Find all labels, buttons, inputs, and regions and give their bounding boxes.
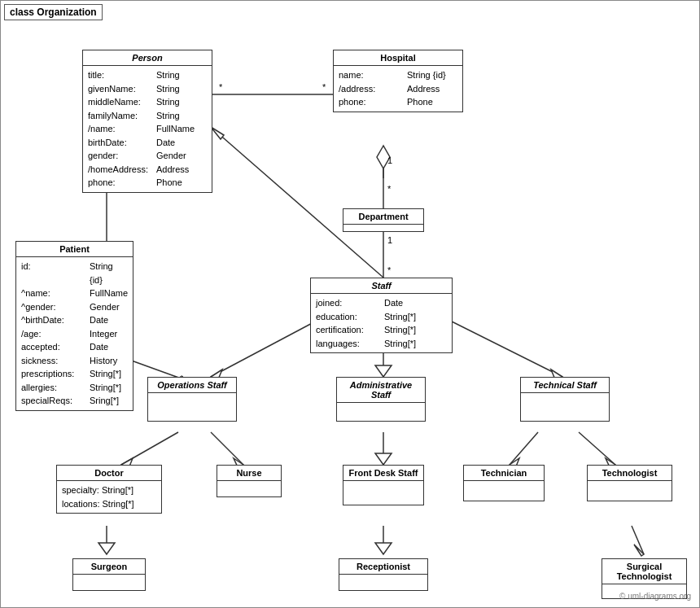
svg-marker-39 xyxy=(634,545,644,556)
doctor-attrs: specialty: String[*] locations: String[*… xyxy=(57,481,161,513)
svg-text:*: * xyxy=(322,82,326,92)
technologist-title: Technologist xyxy=(588,466,672,481)
hospital-attrs: name:String {id} /address:Address phone:… xyxy=(334,66,462,112)
front-desk-staff-title: Front Desk Staff xyxy=(343,466,423,481)
nurse-class: Nurse xyxy=(217,465,282,497)
svg-marker-35 xyxy=(98,543,115,554)
svg-marker-21 xyxy=(375,365,392,377)
nurse-attrs xyxy=(217,481,281,489)
svg-line-22 xyxy=(448,320,562,377)
staff-title: Staff xyxy=(311,278,452,294)
technical-staff-attrs xyxy=(521,393,609,400)
technologist-class: Technologist xyxy=(587,465,672,501)
administrative-staff-attrs xyxy=(337,403,425,409)
front-desk-staff-attrs xyxy=(343,481,423,489)
svg-marker-14 xyxy=(211,127,224,139)
svg-line-24 xyxy=(121,432,178,465)
technologist-attrs xyxy=(588,481,672,489)
person-class: Person title:String givenName:String mid… xyxy=(82,50,212,193)
technical-staff-class: Technical Staff xyxy=(520,377,610,422)
patient-attrs: id:String {id} ^name:FullName ^gender:Ge… xyxy=(16,257,133,410)
department-class: Department xyxy=(343,208,424,232)
svg-line-13 xyxy=(211,127,383,278)
surgeon-attrs xyxy=(73,575,145,581)
svg-line-30 xyxy=(510,432,538,465)
person-attrs: title:String givenName:String middleName… xyxy=(83,66,212,192)
svg-line-32 xyxy=(579,432,615,465)
operations-staff-attrs xyxy=(148,393,236,400)
department-title: Department xyxy=(343,209,423,225)
doctor-class: Doctor specialty: String[*] locations: S… xyxy=(56,465,162,514)
surgical-technologist-attrs xyxy=(602,584,686,591)
administrative-staff-class: Administrative Staff xyxy=(336,377,426,422)
operations-staff-class: Operations Staff xyxy=(147,377,237,422)
technician-title: Technician xyxy=(464,466,544,481)
svg-text:1: 1 xyxy=(387,155,392,165)
hospital-class: Hospital name:String {id} /address:Addre… xyxy=(333,50,463,112)
svg-text:*: * xyxy=(219,82,223,92)
patient-class: Patient id:String {id} ^name:FullName ^g… xyxy=(15,241,133,411)
technician-attrs xyxy=(464,481,544,489)
staff-attrs: joined:Date education:String[*] certific… xyxy=(311,294,452,352)
receptionist-attrs xyxy=(339,575,427,581)
department-attrs xyxy=(343,225,423,231)
svg-text:*: * xyxy=(387,265,392,275)
staff-class: Staff joined:Date education:String[*] ce… xyxy=(310,278,453,353)
front-desk-staff-class: Front Desk Staff xyxy=(343,465,424,505)
svg-line-38 xyxy=(632,526,644,554)
diagram-title: class Organization xyxy=(4,4,103,20)
patient-title: Patient xyxy=(16,242,133,257)
watermark: © uml-diagrams.org xyxy=(619,592,691,601)
svg-text:*: * xyxy=(387,184,392,194)
surgeon-class: Surgeon xyxy=(72,558,146,591)
person-title: Person xyxy=(83,50,212,66)
receptionist-title: Receptionist xyxy=(339,559,427,575)
surgical-technologist-title: Surgical Technologist xyxy=(602,559,686,584)
doctor-title: Doctor xyxy=(57,466,161,481)
administrative-staff-title: Administrative Staff xyxy=(337,378,425,403)
uml-diagram: class Organization * * 1 * 1 * * * xyxy=(0,0,700,608)
svg-marker-29 xyxy=(375,453,392,465)
receptionist-class: Receptionist xyxy=(339,558,428,591)
svg-marker-37 xyxy=(375,543,392,554)
svg-text:1: 1 xyxy=(387,235,392,245)
svg-marker-4 xyxy=(377,146,390,168)
nurse-title: Nurse xyxy=(217,466,281,481)
operations-staff-title: Operations Staff xyxy=(148,378,236,393)
technician-class: Technician xyxy=(463,465,545,501)
svg-line-18 xyxy=(211,320,318,377)
hospital-title: Hospital xyxy=(334,50,462,66)
svg-line-26 xyxy=(211,432,243,465)
surgeon-title: Surgeon xyxy=(73,559,145,575)
technical-staff-title: Technical Staff xyxy=(521,378,609,393)
